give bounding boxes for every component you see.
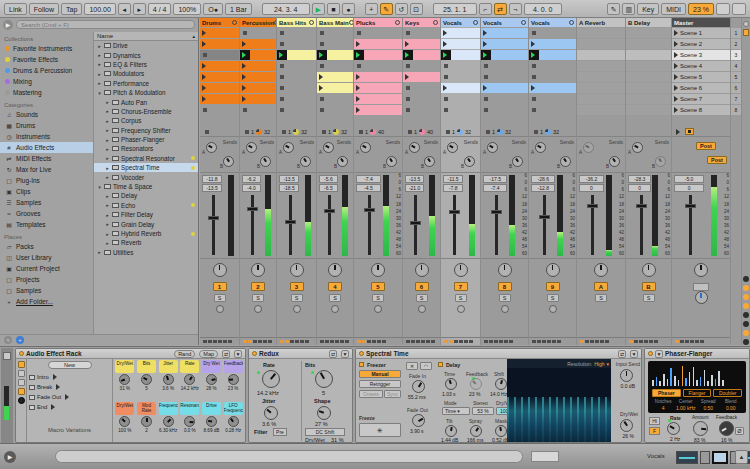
send-a-knob[interactable] <box>246 142 257 153</box>
clip-launch-icon[interactable] <box>242 41 246 47</box>
tree-item[interactable]: ▾Time & Space <box>94 182 198 191</box>
macro-knob[interactable] <box>228 374 239 385</box>
expand-arrow-icon[interactable]: ▸ <box>105 193 110 199</box>
macro-knob[interactable] <box>141 374 152 385</box>
pan-knob[interactable] <box>642 263 656 277</box>
tab-flanger[interactable]: Flanger <box>683 389 712 397</box>
track-activator-button[interactable]: 8 <box>498 282 512 291</box>
arm-button[interactable] <box>501 305 509 313</box>
clip-launch-icon[interactable] <box>443 85 447 91</box>
arm-button[interactable] <box>254 305 262 313</box>
clip-playing-icon[interactable] <box>317 50 327 60</box>
center-value[interactable]: 1.00 kHz <box>675 405 698 411</box>
macro-knob[interactable] <box>119 416 130 427</box>
overdub-button[interactable]: + <box>365 3 378 15</box>
clip-launch-icon[interactable] <box>319 85 323 91</box>
fader-handle[interactable] <box>587 204 598 208</box>
stereo-field[interactable]: 53 % <box>472 407 494 415</box>
clip-stop-icon[interactable] <box>320 42 324 46</box>
macro-knob[interactable] <box>163 416 174 427</box>
clip-stop-button[interactable] <box>408 130 412 134</box>
tree-item[interactable]: ▸Spectral Resonator <box>94 154 198 163</box>
clip-stop-icon[interactable] <box>444 108 448 112</box>
shift-knob[interactable] <box>495 378 507 390</box>
scene-number[interactable]: 3 <box>731 50 741 60</box>
clip-launch-icon[interactable] <box>242 63 246 69</box>
scene-number[interactable]: 8 <box>731 105 741 115</box>
jitter-knob[interactable] <box>264 406 278 420</box>
cue-post-toggle[interactable]: Post <box>696 142 716 150</box>
rack-title-bar[interactable]: Audio Effect Rack Rand Map ⇄ ▼ <box>16 349 245 359</box>
fader-handle[interactable] <box>208 216 219 220</box>
fader-handle[interactable] <box>539 215 550 219</box>
clip-stop-icon[interactable] <box>444 97 448 101</box>
solo-button[interactable]: S <box>643 294 655 302</box>
unfold-icon[interactable] <box>395 20 400 25</box>
expand-arrow-icon[interactable]: ▸ <box>97 71 102 77</box>
volume-value[interactable]: -12.8 <box>531 184 555 192</box>
clip-stop-icon[interactable] <box>484 108 488 112</box>
resolution-value[interactable]: High <box>594 361 604 367</box>
clip-slot[interactable] <box>481 94 528 104</box>
tree-item[interactable]: ▸Resonators <box>94 144 198 153</box>
arm-button[interactable] <box>549 305 557 313</box>
tab-doubler[interactable]: Doubler <box>713 389 742 397</box>
sidebar-item-max-for-live[interactable]: ↻Max for Live <box>0 164 93 175</box>
track-activator-button[interactable]: A <box>594 282 608 291</box>
send-a-knob[interactable] <box>206 142 217 153</box>
track-header[interactable]: B Delay <box>626 18 671 27</box>
clip-slot[interactable] <box>481 105 528 115</box>
track-activator-button[interactable]: 2 <box>251 282 265 291</box>
send-b-knob[interactable] <box>464 156 475 167</box>
send-b-knob[interactable] <box>337 156 348 167</box>
device-activator-icon[interactable] <box>19 351 24 356</box>
preview-play-icon[interactable]: ▶ <box>4 451 16 463</box>
clip-slot[interactable] <box>403 50 440 60</box>
device-thumb-rack[interactable] <box>676 451 698 464</box>
clip-slot[interactable] <box>403 72 440 82</box>
arm-button[interactable] <box>374 305 382 313</box>
peak-level-value[interactable]: -6.2 <box>242 175 261 183</box>
track-header[interactable]: Plucks <box>354 18 402 27</box>
sidebar-item-midi-effects[interactable]: ⇄MIDI Effects <box>0 153 93 164</box>
macro-variation-row[interactable]: Break <box>29 382 110 392</box>
mask-knob[interactable] <box>495 425 507 437</box>
send-a-knob[interactable] <box>409 142 420 153</box>
fader-handle[interactable] <box>491 210 502 214</box>
send-b-knob[interactable] <box>300 156 311 167</box>
expand-arrow-icon[interactable]: ▸ <box>105 108 110 114</box>
hot-swap-icon[interactable]: ⇄ <box>618 350 626 358</box>
fold-icon[interactable]: ▼ <box>655 350 663 358</box>
scene-slot[interactable]: Scene 6 <box>672 83 730 93</box>
scene-launch-icon[interactable] <box>674 96 678 102</box>
clip-launch-icon[interactable] <box>405 74 409 80</box>
clip-launch-icon[interactable] <box>356 41 360 47</box>
hi-button[interactable]: Hi <box>649 417 660 425</box>
tilt-knob[interactable] <box>445 425 457 437</box>
clip-stop-icon[interactable] <box>532 97 536 101</box>
clip-launch-icon[interactable] <box>531 85 535 91</box>
f-button[interactable]: F <box>649 427 660 435</box>
solo-button[interactable]: S <box>329 294 341 302</box>
clip-stop-button[interactable] <box>446 130 450 134</box>
clip-slot[interactable] <box>481 72 528 82</box>
clip-slot[interactable] <box>317 83 353 93</box>
volume-value[interactable]: -21.0 <box>405 184 424 192</box>
mode-dropdown[interactable]: Time ▾ <box>442 407 470 415</box>
tree-item[interactable]: ▸Phaser-Flanger <box>94 135 198 144</box>
rand-button[interactable]: Rand <box>174 350 195 358</box>
scene-launch-icon[interactable] <box>674 41 678 47</box>
map-mode-icon[interactable] <box>18 397 25 404</box>
place-item[interactable]: ▢Projects <box>0 274 93 285</box>
macro-value[interactable]: 8.69 dB <box>204 428 220 433</box>
show-devices-icon[interactable] <box>18 370 25 377</box>
clip-slot[interactable] <box>403 105 440 115</box>
clip-launch-icon[interactable] <box>531 41 535 47</box>
expand-arrow-icon[interactable]: ▸ <box>105 118 110 124</box>
sidebar-item-clips[interactable]: ▣Clips <box>0 186 93 197</box>
place-item[interactable]: ▣Current Project <box>0 263 93 274</box>
clip-launch-icon[interactable] <box>202 30 206 36</box>
stop-all-clips-button[interactable] <box>685 128 694 135</box>
macro-value[interactable]: 100 % <box>118 428 131 433</box>
loop-length-field[interactable]: 4. 0. 0 <box>524 3 562 15</box>
